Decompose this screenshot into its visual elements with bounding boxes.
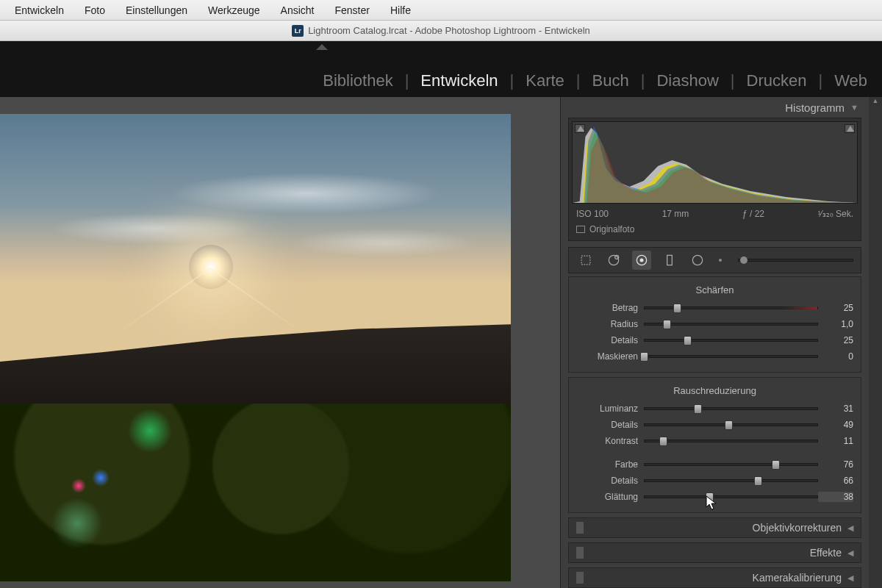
slider-value[interactable]: 25: [818, 335, 853, 345]
section-title-schaerfen: Schärfen: [576, 284, 853, 295]
slider-maskieren: Maskieren0: [576, 348, 853, 365]
slider-knob[interactable]: [725, 420, 733, 430]
slider-value[interactable]: 66: [818, 476, 853, 486]
slider-track[interactable]: [644, 423, 818, 426]
panel-label: Effekte: [810, 547, 842, 559]
photo-canvas[interactable]: [0, 97, 560, 588]
slider-value[interactable]: 49: [818, 420, 853, 430]
brush-size-knob[interactable]: [716, 251, 725, 270]
slider-track[interactable]: [644, 479, 818, 482]
chevron-left-icon: ◀: [847, 523, 853, 533]
slider-details: Details25: [576, 332, 853, 348]
panel-expand-top-icon[interactable]: [316, 44, 328, 50]
slider-knob[interactable]: [754, 476, 762, 486]
slider-value[interactable]: 38: [818, 492, 853, 502]
panel-kamerakalibrierung[interactable]: Kamerakalibrierung◀: [568, 567, 861, 588]
slider-betrag: Betrag25: [576, 300, 853, 316]
slider-track[interactable]: [644, 463, 818, 466]
slider-track[interactable]: [644, 339, 818, 342]
slider-track[interactable]: [644, 355, 818, 358]
slider-label: Radius: [576, 319, 644, 329]
module-buch[interactable]: Buch: [581, 71, 641, 90]
module-drucken[interactable]: Drucken: [735, 71, 819, 90]
module-bibliothek[interactable]: Bibliothek: [311, 71, 404, 90]
svg-rect-5: [667, 255, 673, 265]
histogram-title: Histogramm: [785, 101, 845, 114]
menu-foto[interactable]: Foto: [74, 1, 115, 19]
menu-ansicht[interactable]: Ansicht: [270, 1, 325, 19]
menu-werkzeuge[interactable]: Werkzeuge: [198, 1, 270, 19]
window-title: Lightroom Catalog.lrcat - Adobe Photosho…: [308, 25, 590, 36]
section-rausch: Rauschreduzierung Luminanz31Details49Kon…: [568, 377, 861, 513]
svg-point-6: [692, 255, 702, 265]
module-web[interactable]: Web: [822, 71, 879, 90]
slider-knob[interactable]: [673, 304, 681, 313]
slider-knob[interactable]: [640, 352, 648, 362]
meta-aperture: ƒ / 22: [742, 209, 764, 219]
svg-point-1: [609, 255, 618, 265]
app-icon: Lr: [292, 25, 304, 37]
slider-value[interactable]: 31: [818, 404, 853, 414]
slider-label: Details: [576, 476, 644, 486]
module-picker: Bibliothek| Entwickeln| Karte| Buch| Dia…: [0, 65, 882, 97]
slider-label: Farbe: [576, 459, 644, 470]
panel-switch-icon[interactable]: [576, 547, 584, 559]
module-entwickeln[interactable]: Entwickeln: [409, 71, 509, 90]
slider-knob[interactable]: [694, 404, 702, 414]
slider-knob[interactable]: [772, 460, 780, 470]
module-diashow[interactable]: Diashow: [645, 71, 730, 90]
slider-luminanz: Luminanz31: [576, 401, 853, 417]
slider-label: Details: [576, 420, 644, 430]
svg-point-7: [719, 259, 722, 262]
chevron-left-icon: ◀: [847, 573, 853, 583]
menu-einstellungen[interactable]: Einstellungen: [115, 1, 198, 19]
meta-focal: 17 mm: [662, 209, 689, 219]
section-schaerfen: Schärfen Betrag25Radius1,0Details25Maski…: [568, 276, 861, 373]
original-toggle[interactable]: Originalfoto: [569, 221, 861, 240]
menu-entwickeln[interactable]: Entwickeln: [4, 1, 74, 19]
slider-details: Details66: [576, 473, 853, 489]
slider-track[interactable]: [644, 323, 818, 326]
section-title-rausch: Rauschreduzierung: [576, 385, 853, 396]
redeye-tool[interactable]: [632, 251, 651, 270]
tool-mini-slider[interactable]: [738, 259, 853, 262]
slider-track[interactable]: [644, 407, 818, 410]
panel-switch-icon[interactable]: [576, 522, 584, 534]
slider-value[interactable]: 25: [818, 303, 853, 313]
graduated-tool[interactable]: [660, 251, 679, 270]
slider-label: Details: [576, 335, 644, 345]
meta-iso: ISO 100: [576, 209, 609, 219]
histogram-box: ISO 100 17 mm ƒ / 22 ¹⁄₃₂₀ Sek. Original…: [568, 118, 861, 241]
svg-point-4: [640, 259, 644, 262]
slider-knob[interactable]: [659, 437, 667, 446]
module-karte[interactable]: Karte: [514, 71, 576, 90]
slider-label: Glättung: [576, 492, 644, 502]
panel-objektivkorrekturen[interactable]: Objektivkorrekturen◀: [568, 517, 861, 538]
menu-hilfe[interactable]: Hilfe: [380, 1, 421, 19]
spot-tool[interactable]: [604, 251, 623, 270]
slider-track[interactable]: [644, 440, 818, 442]
crop-tool[interactable]: [576, 251, 595, 270]
chevron-left-icon: ◀: [847, 548, 853, 558]
panel-label: Kamerakalibrierung: [753, 572, 842, 584]
photo-preview[interactable]: [0, 114, 511, 581]
slider-value[interactable]: 0: [818, 351, 853, 362]
slider-track[interactable]: [644, 306, 818, 309]
slider-value[interactable]: 1,0: [818, 319, 853, 329]
panel-scrollbar[interactable]: ▲: [869, 97, 882, 588]
slider-knob[interactable]: [706, 492, 714, 502]
histogram-meta: ISO 100 17 mm ƒ / 22 ¹⁄₃₂₀ Sek.: [569, 207, 861, 221]
slider-value[interactable]: 11: [818, 436, 853, 446]
menu-fenster[interactable]: Fenster: [324, 1, 379, 19]
slider-knob[interactable]: [663, 320, 671, 329]
panel-switch-icon[interactable]: [576, 572, 584, 584]
slider-label: Luminanz: [576, 404, 644, 414]
slider-track[interactable]: [644, 495, 818, 498]
slider-value[interactable]: 76: [818, 459, 853, 470]
slider-knob[interactable]: [684, 336, 692, 345]
histogram-display[interactable]: [572, 121, 858, 204]
histogram-header[interactable]: Histogramm ▼: [561, 97, 869, 118]
svg-rect-0: [581, 256, 590, 265]
radial-tool[interactable]: [688, 251, 707, 270]
panel-effekte[interactable]: Effekte◀: [568, 542, 861, 563]
